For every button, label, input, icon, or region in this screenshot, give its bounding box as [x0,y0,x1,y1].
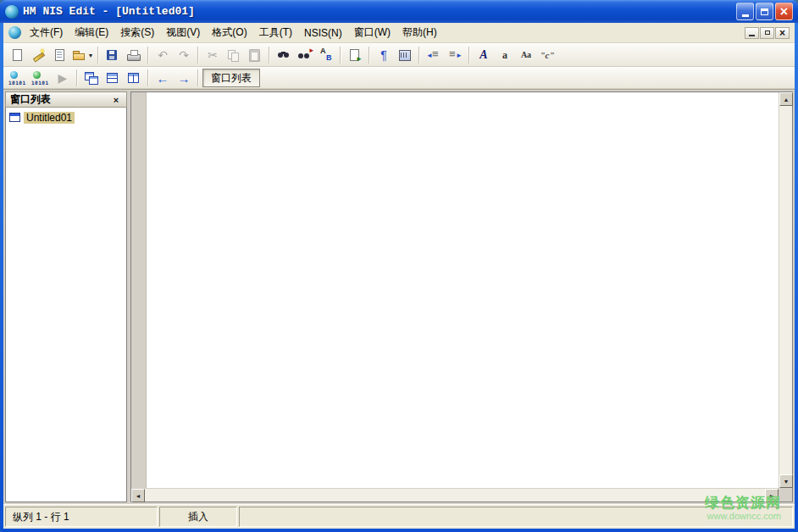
save-button[interactable] [103,46,123,64]
window-list-button[interactable]: 窗口列表 [202,69,260,87]
unindent-icon [426,48,441,62]
print-button[interactable] [124,46,144,64]
special-chars-button[interactable]: ¶ [374,46,394,64]
window-list-button-label: 窗口列表 [208,71,254,86]
mdi-window-controls [745,27,792,39]
dropdown-arrow-icon: ▾ [89,52,92,59]
menu-item-w[interactable]: 窗口(W) [348,23,396,42]
font-button[interactable]: A [474,46,494,64]
maximize-button[interactable] [756,3,773,20]
minimize-button[interactable] [736,3,754,20]
toolbar-separator [369,47,370,64]
menu-item-n[interactable]: NSIS(N) [298,25,348,42]
find-binoculars-icon [276,48,291,62]
menu-items: 文件(F)编辑(E)搜索(S)视图(V)格式(O)工具(T)NSIS(N)窗口(… [24,23,443,42]
lowercase-button[interactable]: a [495,46,515,64]
editor-text-area[interactable] [147,92,779,488]
mdi-restore-icon [765,30,770,35]
scrollbar-corner [779,488,792,502]
font-case-icon: Aa [521,51,531,59]
toolbar-separator [418,47,420,64]
case-button[interactable]: Aa [516,46,536,64]
panel-header: 窗口列表 × [5,91,127,108]
menu-item-v[interactable]: 视图(V) [160,23,206,42]
toolbar-separator [340,47,341,64]
menubar: 文件(F)编辑(E)搜索(S)视图(V)格式(O)工具(T)NSIS(N)窗口(… [3,23,795,43]
vertical-scrollbar[interactable] [779,92,792,488]
char-map-button[interactable] [395,46,415,64]
wizard-wand-icon [30,48,46,62]
wizard-button[interactable] [28,46,48,64]
comment-button[interactable]: "c" [537,46,557,64]
cut-button[interactable]: ✂ [202,46,223,64]
panel-close-button[interactable]: × [110,94,122,105]
toolbar-separator [468,47,470,64]
compile-run-icon [31,71,50,85]
menu-item-e[interactable]: 编辑(E) [69,23,114,42]
lowercase-icon: a [502,50,507,60]
replace-button[interactable] [316,46,336,64]
paste-button[interactable] [245,46,265,64]
close-button[interactable] [775,3,793,20]
statusbar: 纵列 1 - 行 1 插入 [3,504,795,529]
mdi-restore-button[interactable] [760,27,774,39]
tile-horizontal-button[interactable] [103,69,123,87]
redo-button[interactable]: ↷ [174,46,194,64]
back-button[interactable]: ← [152,69,173,87]
editor-gutter [131,92,147,488]
cascade-windows-button[interactable] [81,69,102,87]
workspace: 窗口列表 × Untitled01 [3,89,795,504]
mdi-minimize-icon [749,35,755,36]
document-window-icon[interactable] [8,26,21,39]
forward-button[interactable]: → [174,69,194,87]
insert-mode-cell: 插入 [159,507,237,527]
toolbar-separator [147,69,149,86]
open-folder-icon [72,48,87,62]
horizontal-scrollbar[interactable] [131,488,779,502]
menu-item-o[interactable]: 格式(O) [206,23,252,42]
mdi-minimize-button[interactable] [745,27,759,39]
menu-item-s[interactable]: 搜索(S) [114,23,160,42]
mdi-close-icon [779,27,785,39]
scroll-down-button[interactable] [779,474,793,488]
comment-icon: "c" [540,51,554,60]
panel-title: 窗口列表 [10,92,51,107]
maximize-icon [761,8,768,15]
menu-item-h[interactable]: 帮助(H) [396,23,443,42]
compile-run-button[interactable] [30,69,52,87]
window-title: HM NIS Edit - [Untitled01] [23,5,195,18]
new-script-button[interactable] [49,46,69,64]
indent-button[interactable] [445,46,465,64]
cascade-windows-icon [84,71,99,85]
toolbar-separator [197,47,199,64]
main-toolbar: ▾↶↷✂¶AaAa"c" [3,43,795,67]
window-list-panel: 窗口列表 × Untitled01 [5,91,127,502]
titlebar[interactable]: HM NIS Edit - [Untitled01] [0,0,798,23]
undo-button[interactable]: ↶ [152,46,173,64]
cut-scissors-icon: ✂ [208,49,218,61]
compile-button[interactable] [7,69,29,87]
run-button[interactable]: ▶ [53,69,73,87]
mdi-close-button[interactable] [775,27,790,39]
tile-vertical-icon [126,71,141,85]
find-button[interactable] [274,46,294,64]
find-next-button[interactable] [295,46,315,64]
save-floppy-icon [105,48,120,62]
char-grid-icon [397,48,413,62]
window-list-item[interactable]: Untitled01 [8,110,125,125]
open-button[interactable]: ▾ [70,46,94,64]
menu-item-t[interactable]: 工具(T) [253,23,298,42]
run-play-icon: ▶ [58,72,68,84]
unindent-button[interactable] [424,46,444,64]
tile-vertical-button[interactable] [124,69,144,87]
new-script-icon [52,48,67,62]
preview-button[interactable] [345,46,365,64]
new-file-button[interactable] [7,46,27,64]
scroll-left-button[interactable] [131,489,145,502]
copy-button[interactable] [224,46,244,64]
scroll-right-button[interactable] [765,489,779,502]
menu-item-f[interactable]: 文件(F) [24,23,69,42]
tile-horizontal-icon [105,71,120,85]
window-controls [736,3,793,20]
scroll-up-button[interactable] [779,92,793,106]
